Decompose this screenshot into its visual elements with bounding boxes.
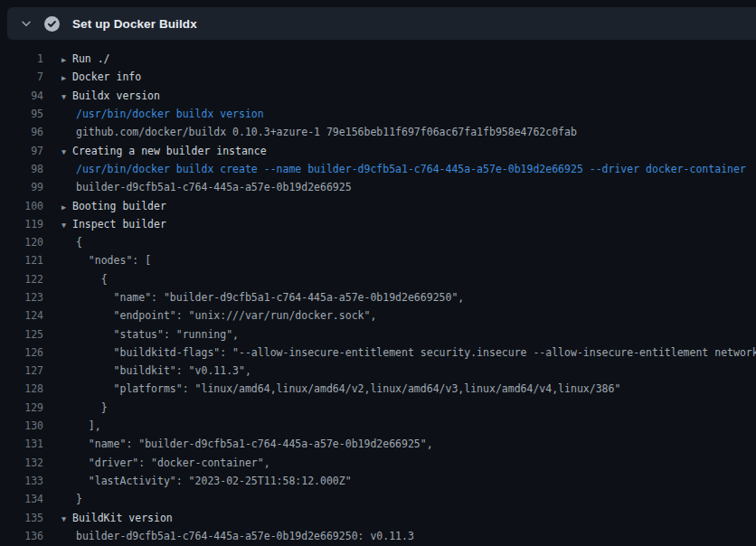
line-content: } bbox=[61, 401, 108, 414]
line-number[interactable]: 133 bbox=[0, 475, 43, 487]
log-line[interactable]: 135 ▼ BuildKit version bbox=[0, 508, 756, 526]
line-number[interactable]: 136 bbox=[0, 530, 43, 542]
line-number[interactable]: 123 bbox=[0, 291, 43, 304]
chevron-down-icon bbox=[20, 17, 33, 30]
line-number[interactable]: 99 bbox=[0, 181, 43, 193]
line-text: BuildKit version bbox=[72, 512, 173, 524]
collapse-toggle[interactable] bbox=[13, 7, 40, 40]
line-text: /usr/bin/docker buildx version bbox=[76, 108, 264, 120]
line-number[interactable]: 126 bbox=[0, 346, 43, 359]
log-line[interactable]: 1 ▶ Run ./ bbox=[0, 50, 756, 68]
line-content: "platforms": "linux/amd64,linux/amd64/v2… bbox=[61, 382, 620, 395]
line-text: Creating a new builder instance bbox=[72, 145, 267, 157]
line-number[interactable]: 128 bbox=[0, 382, 43, 395]
log-line: 96 github.com/docker/buildx 0.10.3+azure… bbox=[0, 123, 756, 141]
group-toggle-icon[interactable]: ▶ bbox=[61, 202, 72, 211]
line-text: ], bbox=[76, 419, 101, 432]
log-line[interactable]: 119 ▼ Inspect builder bbox=[0, 215, 756, 233]
line-number[interactable]: 100 bbox=[0, 200, 43, 212]
line-text: builder-d9cfb5a1-c764-445a-a57e-0b19d2e6… bbox=[76, 530, 414, 542]
step-title: Set up Docker Buildx bbox=[72, 17, 197, 31]
line-content: ▼ BuildKit version bbox=[61, 512, 173, 524]
line-content: "lastActivity": "2023-02-25T11:58:12.000… bbox=[61, 475, 352, 487]
log-line: 124 "endpoint": "unix:///var/run/docker.… bbox=[0, 306, 756, 325]
line-content: /usr/bin/docker buildx version bbox=[61, 108, 264, 120]
step-header[interactable]: Set up Docker Buildx bbox=[7, 7, 756, 40]
log-line: 127 "buildkit": "v0.11.3", bbox=[0, 362, 756, 380]
line-text: "buildkitd-flags": "--allow-insecure-ent… bbox=[76, 346, 756, 359]
line-content: "status": "running", bbox=[61, 328, 239, 341]
line-content: /usr/bin/docker buildx create --name bui… bbox=[61, 163, 746, 175]
line-number[interactable]: 134 bbox=[0, 493, 43, 505]
log-line: 132 "driver": "docker-container", bbox=[0, 454, 756, 472]
log-line[interactable]: 100 ▶ Booting builder bbox=[0, 196, 756, 214]
group-toggle-icon[interactable]: ▼ bbox=[61, 91, 72, 100]
line-content: ▶ Docker info bbox=[61, 71, 141, 83]
line-content: ▼ Creating a new builder instance bbox=[61, 145, 267, 157]
line-text: "lastActivity": "2023-02-25T11:58:12.000… bbox=[76, 475, 352, 487]
log-line[interactable]: 97 ▼ Creating a new builder instance bbox=[0, 141, 756, 159]
line-text: { bbox=[76, 236, 82, 249]
line-content: builder-d9cfb5a1-c764-445a-a57e-0b19d2e6… bbox=[61, 530, 414, 542]
group-toggle-icon[interactable]: ▼ bbox=[61, 220, 72, 229]
line-text: Booting builder bbox=[72, 200, 166, 212]
line-number[interactable]: 129 bbox=[0, 401, 43, 414]
line-content: ▶ Booting builder bbox=[61, 200, 166, 212]
log-line: 122 { bbox=[0, 270, 756, 288]
line-text: Buildx version bbox=[72, 89, 160, 102]
line-content: ▼ Buildx version bbox=[61, 89, 160, 102]
log-line: 120 { bbox=[0, 233, 756, 251]
group-toggle-icon[interactable]: ▶ bbox=[61, 73, 72, 82]
line-text: "name": "builder-d9cfb5a1-c764-445a-a57e… bbox=[76, 438, 433, 450]
line-text: Docker info bbox=[72, 71, 141, 83]
line-number[interactable]: 121 bbox=[0, 254, 43, 267]
line-content: "nodes": [ bbox=[61, 254, 151, 267]
line-content: } bbox=[61, 493, 82, 505]
line-text: /usr/bin/docker buildx create --name bui… bbox=[76, 163, 746, 175]
log-line: 125 "status": "running", bbox=[0, 325, 756, 343]
line-text: builder-d9cfb5a1-c764-445a-a57e-0b19d2e6… bbox=[76, 181, 352, 193]
line-text: { bbox=[76, 273, 108, 286]
line-number[interactable]: 131 bbox=[0, 438, 43, 450]
log-line: 128 "platforms": "linux/amd64,linux/amd6… bbox=[0, 380, 756, 398]
log-line[interactable]: 7 ▶ Docker info bbox=[0, 68, 756, 86]
line-text: "nodes": [ bbox=[76, 254, 151, 267]
actions-log-viewer: Set up Docker Buildx 1 ▶ Run ./ 7 ▶ Dock… bbox=[0, 0, 756, 546]
log-line: 133 "lastActivity": "2023-02-25T11:58:12… bbox=[0, 472, 756, 490]
line-number[interactable]: 127 bbox=[0, 364, 43, 377]
line-number[interactable]: 122 bbox=[0, 273, 43, 286]
line-number[interactable]: 95 bbox=[0, 108, 43, 120]
group-toggle-icon[interactable]: ▶ bbox=[61, 55, 72, 64]
group-toggle-icon[interactable]: ▼ bbox=[61, 146, 72, 155]
log-line: 126 "buildkitd-flags": "--allow-insecure… bbox=[0, 344, 756, 362]
line-content: ▶ Run ./ bbox=[61, 52, 110, 65]
line-number[interactable]: 120 bbox=[0, 236, 43, 249]
line-number[interactable]: 94 bbox=[0, 89, 43, 102]
line-content: "buildkit": "v0.11.3", bbox=[61, 364, 251, 377]
log-line: 130 ], bbox=[0, 417, 756, 435]
line-number[interactable]: 1 bbox=[0, 52, 43, 65]
line-text: Inspect builder bbox=[72, 218, 166, 231]
line-number[interactable]: 124 bbox=[0, 309, 43, 322]
log-line[interactable]: 94 ▼ Buildx version bbox=[0, 87, 756, 105]
line-content: { bbox=[61, 273, 108, 286]
line-content: "name": "builder-d9cfb5a1-c764-445a-a57e… bbox=[61, 291, 464, 304]
line-number[interactable]: 125 bbox=[0, 328, 43, 341]
line-number[interactable]: 96 bbox=[0, 126, 43, 138]
log-line: 121 "nodes": [ bbox=[0, 251, 756, 269]
line-number[interactable]: 130 bbox=[0, 419, 43, 432]
log-line: 98 /usr/bin/docker buildx create --name … bbox=[0, 160, 756, 178]
line-number[interactable]: 135 bbox=[0, 512, 43, 524]
line-content: { bbox=[61, 236, 82, 249]
line-text: "endpoint": "unix:///var/run/docker.sock… bbox=[76, 309, 376, 322]
group-toggle-icon[interactable]: ▼ bbox=[61, 513, 72, 522]
line-number[interactable]: 119 bbox=[0, 218, 43, 231]
line-text: github.com/docker/buildx 0.10.3+azure-1 … bbox=[76, 126, 577, 138]
line-number[interactable]: 97 bbox=[0, 145, 43, 157]
line-number[interactable]: 98 bbox=[0, 163, 43, 175]
line-text: "buildkit": "v0.11.3", bbox=[76, 364, 251, 377]
line-text: "platforms": "linux/amd64,linux/amd64/v2… bbox=[76, 382, 620, 395]
line-number[interactable]: 7 bbox=[0, 71, 43, 83]
log-line: 99 builder-d9cfb5a1-c764-445a-a57e-0b19d… bbox=[0, 178, 756, 196]
line-number[interactable]: 132 bbox=[0, 457, 43, 469]
